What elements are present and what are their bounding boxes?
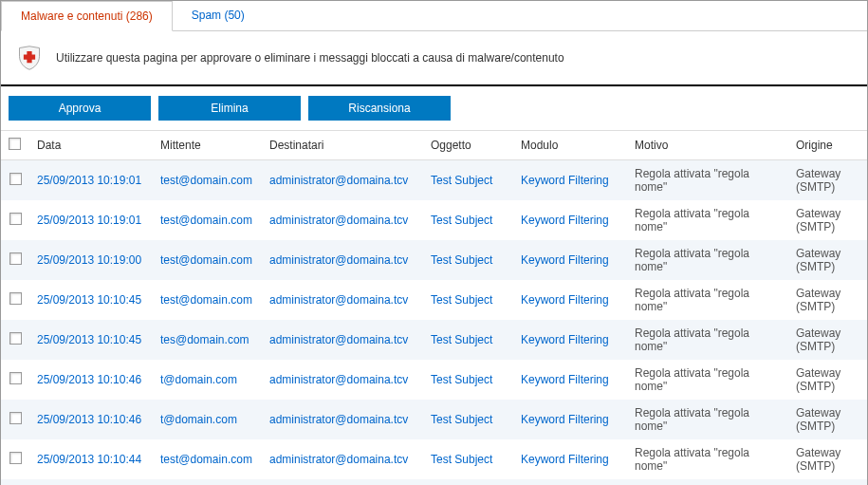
cell-oggetto[interactable]: Test Subject (423, 439, 513, 479)
cell-modulo[interactable]: Keyword Filtering (513, 200, 627, 240)
col-header-oggetto[interactable]: Oggetto (423, 131, 513, 160)
table-row[interactable]: 25/09/2013 10:10:44test@domain.comadmini… (1, 439, 867, 479)
cell-motivo: Regola attivata "regola nome" (627, 400, 788, 439)
approve-button[interactable]: Approva (9, 96, 151, 121)
tab-bar: Malware e contenuti (286) Spam (50) (1, 1, 867, 31)
table-row[interactable]: 25/09/2013 10:10:46t@domain.comadministr… (1, 360, 867, 400)
cell-origine: Gateway (SMTP) (788, 160, 867, 201)
table-row[interactable]: 25/09/2013 10:10:45tes@domain.comadminis… (1, 320, 867, 360)
col-header-destinatari[interactable]: Destinatari (262, 131, 423, 160)
table-row[interactable]: 25/09/2013 10:10:45test@domain.comadmini… (1, 280, 867, 320)
cell-destinatari[interactable]: administrator@domaina.tcv (262, 439, 423, 479)
table-row[interactable]: 25/09/2013 10:19:01test@domain.comadmini… (1, 160, 867, 201)
cell-data[interactable]: 25/09/2013 10:19:00 (29, 240, 153, 280)
cell-modulo[interactable]: Keyword Filtering (513, 320, 627, 360)
cell-mittente[interactable]: tes@domain.com (153, 320, 262, 360)
col-header-motivo[interactable]: Motivo (627, 131, 788, 160)
cell-destinatari[interactable]: administrator@domaina.tcv (262, 160, 423, 201)
app-container: Malware e contenuti (286) Spam (50) Util… (0, 0, 868, 485)
cell-mittente[interactable]: t@domain.com (153, 400, 262, 439)
cell-mittente[interactable]: test@domain.com (153, 160, 262, 201)
cell-origine: Gateway (SMTP) (788, 200, 867, 240)
cell-data[interactable]: 25/09/2013 10:10:46 (29, 360, 153, 400)
cell-data[interactable]: 25/09/2013 10:10:45 (29, 479, 153, 485)
info-text: Utilizzare questa pagina per approvare o… (56, 51, 564, 65)
row-checkbox[interactable] (9, 213, 22, 225)
cell-data[interactable]: 25/09/2013 10:10:45 (29, 280, 153, 320)
cell-motivo: Regola attivata "regola nome" (627, 280, 788, 320)
cell-modulo[interactable]: Keyword Filtering (513, 240, 627, 280)
cell-data[interactable]: 25/09/2013 10:19:01 (29, 200, 153, 240)
cell-mittente[interactable]: test@domain.com (153, 240, 262, 280)
cell-motivo: Regola attivata "regola nome" (627, 320, 788, 360)
cell-mittente[interactable]: test@domain.com (153, 479, 262, 485)
cell-oggetto[interactable]: Test Subject (423, 400, 513, 439)
row-checkbox[interactable] (9, 412, 22, 424)
cell-oggetto[interactable]: Test Subject (423, 160, 513, 201)
cell-origine: Gateway (SMTP) (788, 240, 867, 280)
quarantine-table: Data Mittente Destinatari Oggetto Modulo… (1, 130, 867, 485)
tab-malware[interactable]: Malware e contenuti (286) (1, 1, 173, 31)
tab-spam[interactable]: Spam (50) (173, 1, 264, 30)
cell-origine: Gateway (SMTP) (788, 400, 867, 439)
cell-destinatari[interactable]: administrator@domaina.tcv (262, 240, 423, 280)
cell-modulo[interactable]: Keyword Filtering (513, 400, 627, 439)
cell-origine: Gateway (SMTP) (788, 280, 867, 320)
col-header-origine[interactable]: Origine (788, 131, 867, 160)
row-checkbox[interactable] (9, 452, 22, 464)
col-header-data[interactable]: Data (29, 131, 153, 160)
cell-origine: Gateway (SMTP) (788, 439, 867, 479)
cell-modulo[interactable]: Keyword Filtering (513, 160, 627, 201)
cell-destinatari[interactable]: administrator@domaina.tcv (262, 200, 423, 240)
cell-data[interactable]: 25/09/2013 10:19:01 (29, 160, 153, 201)
cell-oggetto[interactable]: Test Subject (423, 360, 513, 400)
row-checkbox[interactable] (9, 252, 22, 265)
cell-modulo[interactable]: Keyword Filtering (513, 280, 627, 320)
cell-data[interactable]: 25/09/2013 10:10:46 (29, 400, 153, 439)
cell-modulo[interactable]: Keyword Filtering (513, 479, 627, 485)
cell-modulo[interactable]: Keyword Filtering (513, 439, 627, 479)
cell-destinatari[interactable]: administrator@domaina.tcv (262, 400, 423, 439)
cell-motivo: Regola attivata "regola nome" (627, 479, 788, 485)
delete-button[interactable]: Elimina (158, 96, 301, 121)
table-row[interactable]: 25/09/2013 10:19:00test@domain.comadmini… (1, 240, 867, 280)
cell-data[interactable]: 25/09/2013 10:10:44 (29, 439, 153, 479)
row-checkbox[interactable] (9, 372, 22, 384)
cell-motivo: Regola attivata "regola nome" (627, 439, 788, 479)
col-header-mittente[interactable]: Mittente (153, 131, 262, 160)
cell-data[interactable]: 25/09/2013 10:10:45 (29, 320, 153, 360)
cell-motivo: Regola attivata "regola nome" (627, 200, 788, 240)
cell-destinatari[interactable]: administrator@domaina.tcv (262, 280, 423, 320)
cell-oggetto[interactable]: Test Subject (423, 240, 513, 280)
row-checkbox[interactable] (9, 292, 22, 305)
rescan-button[interactable]: Riscansiona (308, 96, 451, 121)
info-bar: Utilizzare questa pagina per approvare o… (1, 31, 867, 86)
table-row[interactable]: 25/09/2013 10:10:45test@domain.comadmini… (1, 479, 867, 485)
cell-oggetto[interactable]: Test Subject (423, 280, 513, 320)
cell-mittente[interactable]: test@domain.com (153, 200, 262, 240)
cell-origine: Gateway (SMTP) (788, 320, 867, 360)
cell-origine: Gateway (SMTP) (788, 479, 867, 485)
cell-destinatari[interactable]: administrator@domaina.tcv (262, 320, 423, 360)
row-checkbox[interactable] (9, 332, 22, 345)
table-row[interactable]: 25/09/2013 10:10:46t@domain.comadministr… (1, 400, 867, 439)
actions-top: Approva Elimina Riscansiona (1, 86, 867, 130)
table-row[interactable]: 25/09/2013 10:19:01test@domain.comadmini… (1, 200, 867, 240)
svg-rect-1 (24, 55, 35, 60)
cell-mittente[interactable]: test@domain.com (153, 439, 262, 479)
row-checkbox[interactable] (9, 173, 22, 185)
cell-mittente[interactable]: test@domain.com (153, 280, 262, 320)
shield-alert-icon (16, 45, 43, 71)
cell-oggetto[interactable]: Test Subject (423, 320, 513, 360)
cell-motivo: Regola attivata "regola nome" (627, 240, 788, 280)
cell-motivo: Regola attivata "regola nome" (627, 160, 788, 201)
cell-oggetto[interactable]: Test Subject (423, 479, 513, 485)
cell-modulo[interactable]: Keyword Filtering (513, 360, 627, 400)
select-all-checkbox[interactable] (9, 138, 21, 150)
cell-oggetto[interactable]: Test Subject (423, 200, 513, 240)
cell-destinatari[interactable]: administrator@domaina.tcv (262, 479, 423, 485)
cell-destinatari[interactable]: administrator@domaina.tcv (262, 360, 423, 400)
cell-motivo: Regola attivata "regola nome" (627, 360, 788, 400)
cell-mittente[interactable]: t@domain.com (153, 360, 262, 400)
col-header-modulo[interactable]: Modulo (513, 131, 627, 160)
